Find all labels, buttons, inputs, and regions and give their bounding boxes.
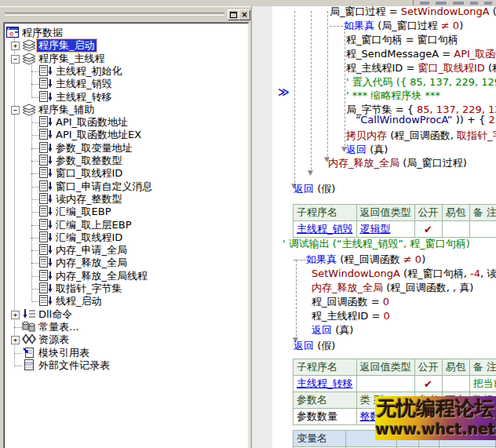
code-line[interactable]: 返回 (真)	[346, 144, 388, 155]
code-line[interactable]: 局_窗口过程 = SetWindowLongA (窗口句	[330, 6, 496, 17]
code-line[interactable]: 如果真 (局_窗口过程 ≠ 0)	[344, 20, 463, 31]
code-token: 0	[384, 310, 390, 322]
table-header-cell: 公开	[414, 359, 442, 376]
indent-guide	[296, 260, 297, 337]
table-header-cell: 返回值类型	[356, 359, 414, 376]
code-token: 内存_释放_全局	[328, 157, 399, 169]
table-cell[interactable]	[442, 221, 469, 238]
code-token: (局_窗口过程	[374, 20, 441, 31]
indent-guide	[345, 31, 345, 146]
code-token: 程_主线程ID =	[346, 62, 418, 74]
indent-guide	[327, 11, 328, 156]
table-header-cell: 变量名	[294, 431, 346, 447]
code-token: SetWindowLongA	[312, 268, 400, 279]
table-cell[interactable]: 把当前	[469, 376, 496, 392]
code-token: 程_窗口句柄 = 窗口句柄	[346, 34, 458, 46]
table-cell[interactable]	[442, 376, 469, 392]
code-token: API_取函数地址	[454, 48, 496, 60]
table-header-cell: 公开	[414, 205, 442, 221]
code-token: ≠ 0	[403, 253, 421, 265]
code-line[interactable]: 如果真 (程_回调函数 ≠ 0)	[306, 254, 425, 265]
code-line[interactable]: SetWindowLongA (程_窗口句柄, -4, 读内存_	[312, 268, 496, 279]
code-token: ' *** 缩略程序块 ***	[346, 89, 440, 101]
collapsed-block-icon[interactable]: ≫	[278, 86, 290, 97]
watermark-url: www.whct.net	[375, 421, 496, 437]
code-token: )) + {	[453, 114, 489, 126]
code-token: (真)	[367, 144, 388, 155]
code-token: “CallWindowProcA”	[356, 114, 453, 126]
table-cell[interactable]	[356, 376, 414, 392]
code-token: )	[421, 253, 425, 265]
code-line[interactable]: 程_SendMessageA = API_取函数地址	[346, 49, 496, 60]
code-line[interactable]: 程_回调函数 = 0	[312, 297, 389, 308]
code-token: (程	[485, 62, 496, 74]
table-cell[interactable]	[469, 221, 496, 238]
code-token: (窗口句	[490, 5, 496, 17]
table-header-cell: 返回值类型	[356, 205, 414, 221]
table-cell: 参数名	[294, 392, 357, 409]
code-token: 0	[383, 296, 389, 308]
code-token: 程_主线程ID =	[312, 310, 384, 322]
code-token: 如果真	[344, 20, 374, 31]
block-start-dash	[294, 260, 305, 260]
code-token: 返回	[294, 183, 314, 195]
code-line[interactable]: ' *** 缩略程序块 ***	[346, 90, 440, 101]
code-token: ' 调试输出 (“主线程_销毁”, 程_窗口句柄)	[283, 238, 470, 249]
table-cell[interactable]: 逻辑型	[356, 221, 414, 238]
table-header-cell: 子程序名	[294, 359, 357, 376]
code-line[interactable]: 返回 (假)	[294, 184, 335, 195]
code-token: 255,	[488, 114, 496, 126]
table-cell[interactable]: 主线程_销毁	[294, 221, 357, 238]
code-token: (假)	[314, 183, 335, 195]
indent-guide	[311, 11, 312, 169]
code-line[interactable]: ' 置入代码 ({ 85, 137, 229, 129,	[346, 77, 496, 88]
code-token: 程_回调函数 =	[312, 296, 383, 308]
table-header-cell: 备 注	[469, 359, 496, 376]
code-token: -4	[470, 268, 480, 279]
code-token: 取指针_字	[457, 129, 496, 141]
table-cell[interactable]: 主线程_转移	[294, 376, 357, 392]
code-token: (程_窗口句柄,	[400, 268, 470, 279]
code-line[interactable]: ' 调试输出 (“主线程_销毁”, 程_窗口句柄)	[283, 239, 470, 249]
code-line[interactable]: “CallWindowProcA” )) + { 255,	[356, 115, 496, 126]
table-header-cell: 易包	[442, 359, 469, 376]
code-line[interactable]: 内存_释放_全局 (程_回调函数, , 真)	[312, 282, 473, 293]
definition-table: 子程序名返回值类型公开易包备 注主线程_销毁逻辑型✔	[293, 204, 496, 238]
code-token: 如果真	[306, 253, 337, 265]
table-cell[interactable]: 参数数量	[294, 409, 357, 425]
code-token: (程_回调函数,	[387, 129, 457, 141]
code-token: 程_SendMessageA =	[346, 48, 454, 60]
code-token: 返回	[312, 324, 332, 336]
code-line[interactable]: 返回 (真)	[312, 325, 353, 336]
code-line[interactable]: 返回 (假)	[294, 341, 335, 351]
code-line[interactable]: 程_主线程ID = 0	[312, 311, 390, 322]
watermark-title: 无忧编程论坛	[375, 396, 496, 421]
elang-ide-screenshot: × e程序数据+程序集_启动−程序集_主线程主线程_初始化主线程_销毁主线程_转…	[0, 0, 496, 448]
code-line[interactable]: 程_主线程ID = 窗口_取线程ID (程	[346, 63, 496, 74]
code-token: 窗口_取线程ID	[418, 62, 485, 74]
code-line[interactable]: 内存_释放_全局 (局_窗口过程)	[328, 158, 467, 169]
code-token: (程_回调函数, , 真)	[383, 282, 473, 293]
code-token: ≠ 0	[441, 20, 459, 31]
code-token: ' 置入代码 ({ 85, 137, 229, 129,	[346, 76, 496, 88]
block-end-arrow-icon: ▼	[308, 169, 313, 176]
block-start-dash	[330, 26, 343, 27]
code-line[interactable]: 程_窗口句柄 = 窗口句柄	[346, 35, 458, 46]
table-header-cell: 子程序名	[294, 205, 357, 221]
code-token: 返回	[294, 340, 314, 351]
code-token: )	[459, 20, 463, 31]
code-token: (假)	[314, 340, 335, 351]
table-header-cell: 易包	[442, 205, 469, 221]
code-token: , 读内存_	[480, 268, 496, 279]
table-header-cell: 备 注	[469, 205, 496, 221]
watermark: 无忧编程论坛 www.whct.net	[375, 396, 496, 440]
code-token: (真)	[332, 324, 353, 336]
table-cell[interactable]: ✔	[414, 221, 442, 238]
table-cell[interactable]: ✔	[414, 376, 442, 392]
code-token: SetWindowLongA	[401, 5, 490, 17]
code-token: (局_窗口过程)	[399, 157, 467, 169]
code-line[interactable]: 拷贝内存 (程_回调函数, 取指针_字	[346, 130, 496, 141]
code-token: 拷贝内存	[346, 129, 387, 141]
code-token: 局_窗口过程 =	[330, 5, 401, 17]
code-editor: ≫ ▼▼▼▼▼局_窗口过程 = SetWindowLongA (窗口句如果真 (…	[0, 0, 496, 448]
